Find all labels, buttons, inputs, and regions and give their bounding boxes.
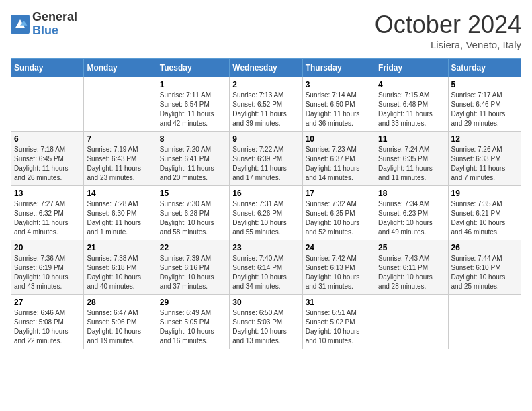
day-info: Sunrise: 7:32 AMSunset: 6:25 PMDaylight:… <box>306 199 372 237</box>
day-info: Sunrise: 7:39 AMSunset: 6:16 PMDaylight:… <box>160 254 226 291</box>
day-number: 8 <box>160 134 226 144</box>
calendar-day-cell: 16 Sunrise: 7:31 AMSunset: 6:26 PMDaylig… <box>230 186 302 240</box>
day-info: Sunrise: 7:27 AMSunset: 6:32 PMDaylight:… <box>14 199 81 237</box>
calendar-day-cell: 22 Sunrise: 7:39 AMSunset: 6:16 PMDaylig… <box>157 240 229 295</box>
day-number: 20 <box>14 243 81 253</box>
day-number: 2 <box>232 80 299 89</box>
day-number: 24 <box>306 243 372 253</box>
day-info: Sunrise: 7:35 AMSunset: 6:21 PMDaylight:… <box>451 199 518 237</box>
calendar-day-cell <box>375 295 448 349</box>
day-number: 30 <box>232 298 299 307</box>
day-info: Sunrise: 7:30 AMSunset: 6:28 PMDaylight:… <box>160 199 226 237</box>
day-number: 1 <box>160 80 226 89</box>
calendar-day-cell: 27 Sunrise: 6:46 AMSunset: 5:08 PMDaylig… <box>11 295 84 349</box>
day-info: Sunrise: 7:15 AMSunset: 6:48 PMDaylight:… <box>378 91 445 128</box>
location-subtitle: Lisiera, Veneto, Italy <box>375 39 521 50</box>
day-number: 6 <box>14 134 81 144</box>
day-info: Sunrise: 7:13 AMSunset: 6:52 PMDaylight:… <box>232 91 299 128</box>
day-info: Sunrise: 7:20 AMSunset: 6:41 PMDaylight:… <box>160 145 226 183</box>
calendar-day-cell: 10 Sunrise: 7:23 AMSunset: 6:37 PMDaylig… <box>302 132 375 186</box>
day-number: 13 <box>14 189 81 198</box>
calendar-day-cell: 1 Sunrise: 7:11 AMSunset: 6:54 PMDayligh… <box>157 77 229 132</box>
day-number: 26 <box>451 243 518 253</box>
day-number: 23 <box>232 243 299 253</box>
calendar-day-cell: 26 Sunrise: 7:44 AMSunset: 6:10 PMDaylig… <box>448 240 521 295</box>
day-info: Sunrise: 7:36 AMSunset: 6:19 PMDaylight:… <box>14 254 81 291</box>
calendar-week-row: 6 Sunrise: 7:18 AMSunset: 6:45 PMDayligh… <box>11 132 521 186</box>
calendar-week-row: 13 Sunrise: 7:27 AMSunset: 6:32 PMDaylig… <box>11 186 521 240</box>
page-header: General Blue October 2024 Lisiera, Venet… <box>11 11 521 50</box>
calendar-day-cell: 3 Sunrise: 7:14 AMSunset: 6:50 PMDayligh… <box>302 77 375 132</box>
day-number: 4 <box>378 80 445 89</box>
day-number: 31 <box>306 298 372 307</box>
calendar-day-cell: 21 Sunrise: 7:38 AMSunset: 6:18 PMDaylig… <box>84 240 157 295</box>
calendar-day-cell: 30 Sunrise: 6:50 AMSunset: 5:03 PMDaylig… <box>230 295 302 349</box>
day-info: Sunrise: 7:28 AMSunset: 6:30 PMDaylight:… <box>87 199 153 237</box>
day-number: 27 <box>14 298 81 307</box>
weekday-header: Thursday <box>302 59 375 77</box>
calendar-day-cell: 2 Sunrise: 7:13 AMSunset: 6:52 PMDayligh… <box>230 77 302 132</box>
weekday-header: Saturday <box>448 59 521 77</box>
calendar-day-cell: 23 Sunrise: 7:40 AMSunset: 6:14 PMDaylig… <box>230 240 302 295</box>
calendar-table: SundayMondayTuesdayWednesdayThursdayFrid… <box>11 58 521 349</box>
day-info: Sunrise: 7:43 AMSunset: 6:11 PMDaylight:… <box>378 254 445 291</box>
calendar-week-row: 27 Sunrise: 6:46 AMSunset: 5:08 PMDaylig… <box>11 295 521 349</box>
weekday-header: Monday <box>84 59 157 77</box>
calendar-day-cell: 7 Sunrise: 7:19 AMSunset: 6:43 PMDayligh… <box>84 132 157 186</box>
day-info: Sunrise: 6:49 AMSunset: 5:05 PMDaylight:… <box>160 308 226 346</box>
day-info: Sunrise: 7:31 AMSunset: 6:26 PMDaylight:… <box>232 199 299 237</box>
day-info: Sunrise: 7:19 AMSunset: 6:43 PMDaylight:… <box>87 145 153 183</box>
day-number: 10 <box>306 134 372 144</box>
weekday-header: Friday <box>375 59 448 77</box>
day-info: Sunrise: 6:46 AMSunset: 5:08 PMDaylight:… <box>14 308 81 346</box>
calendar-day-cell: 28 Sunrise: 6:47 AMSunset: 5:06 PMDaylig… <box>84 295 157 349</box>
calendar-day-cell: 29 Sunrise: 6:49 AMSunset: 5:05 PMDaylig… <box>157 295 229 349</box>
day-info: Sunrise: 7:17 AMSunset: 6:46 PMDaylight:… <box>451 91 518 128</box>
day-number: 18 <box>378 189 445 198</box>
calendar-day-cell: 12 Sunrise: 7:26 AMSunset: 6:33 PMDaylig… <box>448 132 521 186</box>
calendar-day-cell: 18 Sunrise: 7:34 AMSunset: 6:23 PMDaylig… <box>375 186 448 240</box>
day-number: 16 <box>232 189 299 198</box>
day-number: 25 <box>378 243 445 253</box>
calendar-week-row: 1 Sunrise: 7:11 AMSunset: 6:54 PMDayligh… <box>11 77 521 132</box>
calendar-day-cell: 25 Sunrise: 7:43 AMSunset: 6:11 PMDaylig… <box>375 240 448 295</box>
calendar-day-cell: 31 Sunrise: 6:51 AMSunset: 5:02 PMDaylig… <box>302 295 375 349</box>
calendar-day-cell <box>84 77 157 132</box>
day-number: 7 <box>87 134 153 144</box>
calendar-day-cell: 24 Sunrise: 7:42 AMSunset: 6:13 PMDaylig… <box>302 240 375 295</box>
day-info: Sunrise: 6:47 AMSunset: 5:06 PMDaylight:… <box>87 308 153 346</box>
day-info: Sunrise: 7:14 AMSunset: 6:50 PMDaylight:… <box>306 91 372 128</box>
day-number: 12 <box>451 134 518 144</box>
weekday-header: Tuesday <box>157 59 229 77</box>
weekday-header: Wednesday <box>230 59 302 77</box>
day-number: 28 <box>87 298 153 307</box>
calendar-day-cell: 14 Sunrise: 7:28 AMSunset: 6:30 PMDaylig… <box>84 186 157 240</box>
day-number: 21 <box>87 243 153 253</box>
day-info: Sunrise: 7:38 AMSunset: 6:18 PMDaylight:… <box>87 254 153 291</box>
logo-text: General Blue <box>32 11 77 38</box>
day-info: Sunrise: 7:11 AMSunset: 6:54 PMDaylight:… <box>160 91 226 128</box>
month-title: October 2024 <box>375 11 521 39</box>
calendar-day-cell: 13 Sunrise: 7:27 AMSunset: 6:32 PMDaylig… <box>11 186 84 240</box>
day-info: Sunrise: 7:44 AMSunset: 6:10 PMDaylight:… <box>451 254 518 291</box>
calendar-day-cell: 9 Sunrise: 7:22 AMSunset: 6:39 PMDayligh… <box>230 132 302 186</box>
day-number: 29 <box>160 298 226 307</box>
day-number: 17 <box>306 189 372 198</box>
day-info: Sunrise: 7:40 AMSunset: 6:14 PMDaylight:… <box>232 254 299 291</box>
day-info: Sunrise: 7:26 AMSunset: 6:33 PMDaylight:… <box>451 145 518 183</box>
day-number: 5 <box>451 80 518 89</box>
calendar-day-cell: 5 Sunrise: 7:17 AMSunset: 6:46 PMDayligh… <box>448 77 521 132</box>
day-info: Sunrise: 7:18 AMSunset: 6:45 PMDaylight:… <box>14 145 81 183</box>
calendar-day-cell <box>11 77 84 132</box>
calendar-day-cell: 11 Sunrise: 7:24 AMSunset: 6:35 PMDaylig… <box>375 132 448 186</box>
day-info: Sunrise: 7:23 AMSunset: 6:37 PMDaylight:… <box>306 145 372 183</box>
calendar-header-row: SundayMondayTuesdayWednesdayThursdayFrid… <box>11 59 521 77</box>
calendar-day-cell: 15 Sunrise: 7:30 AMSunset: 6:28 PMDaylig… <box>157 186 229 240</box>
day-info: Sunrise: 7:42 AMSunset: 6:13 PMDaylight:… <box>306 254 372 291</box>
logo-icon <box>11 15 30 34</box>
calendar-day-cell: 20 Sunrise: 7:36 AMSunset: 6:19 PMDaylig… <box>11 240 84 295</box>
day-number: 22 <box>160 243 226 253</box>
calendar-day-cell: 6 Sunrise: 7:18 AMSunset: 6:45 PMDayligh… <box>11 132 84 186</box>
day-number: 14 <box>87 189 153 198</box>
calendar-day-cell <box>448 295 521 349</box>
